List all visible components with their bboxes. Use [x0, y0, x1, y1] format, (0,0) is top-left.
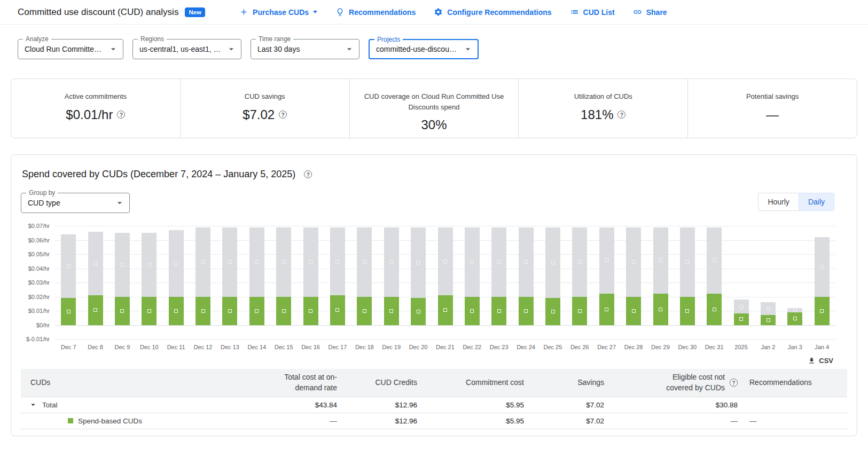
covered-segment [599, 294, 614, 325]
stat-value: $7.02 [243, 107, 275, 122]
bar-dec-7[interactable] [61, 226, 76, 339]
regions-select-value: us-central1, us-east1, a... [139, 45, 222, 53]
circle-marker-icon [739, 304, 744, 309]
bar-dec-26[interactable] [572, 226, 587, 339]
uncovered-segment [491, 227, 506, 297]
covered-segment [734, 313, 749, 325]
bar-2025[interactable] [734, 226, 749, 339]
bar-dec-18[interactable] [357, 226, 372, 339]
circle-marker-icon [120, 262, 124, 267]
projects-select[interactable]: Projects committed-use-discoun... [369, 39, 479, 59]
chevron-down-icon [108, 44, 119, 54]
bar-dec-14[interactable] [249, 226, 264, 339]
circle-marker-icon [174, 261, 178, 266]
configure-recommendations-button[interactable]: Configure Recommendations [434, 7, 551, 17]
uncovered-segment [572, 227, 587, 297]
stat-value: 30% [421, 117, 447, 132]
row-label-cell: Total [21, 400, 256, 410]
analyze-select[interactable]: Analyze Cloud Run Committed ... [18, 39, 123, 59]
bar-dec-27[interactable] [599, 226, 614, 339]
hourly-toggle-button[interactable]: Hourly [758, 193, 798, 211]
daily-toggle-button[interactable]: Daily [799, 193, 834, 211]
uncovered-segment [707, 227, 722, 294]
time-range-select-value: Last 30 days [257, 45, 340, 53]
square-marker-icon [713, 308, 716, 311]
table-cell: — [608, 417, 742, 425]
square-marker-icon [767, 318, 770, 322]
bar-dec-8[interactable] [88, 226, 103, 339]
uncovered-segment [545, 227, 560, 298]
covered-segment [303, 297, 318, 325]
bar-jan-3[interactable] [787, 226, 802, 339]
cud-list-button[interactable]: CUD List [570, 7, 615, 17]
bar-dec-30[interactable] [680, 226, 695, 339]
bar-dec-31[interactable] [707, 226, 722, 339]
chart-plot [55, 226, 835, 339]
uncovered-segment [815, 237, 830, 296]
x-axis-label: Dec 17 [324, 344, 351, 350]
bar-jan-4[interactable] [815, 226, 830, 339]
help-icon[interactable]: ? [279, 111, 287, 119]
bar-dec-16[interactable] [303, 226, 318, 339]
filter-bar: Analyze Cloud Run Committed ... Regions … [0, 25, 868, 71]
bar-dec-29[interactable] [653, 226, 668, 339]
bar-dec-15[interactable] [276, 226, 291, 339]
bar-dec-13[interactable] [222, 226, 237, 339]
bar-dec-17[interactable] [330, 226, 345, 339]
square-marker-icon [363, 309, 366, 313]
csv-label: CSV [819, 357, 833, 365]
time-range-select-label: Time range [256, 36, 293, 43]
bar-dec-12[interactable] [196, 226, 210, 339]
series-color-chip [68, 418, 73, 423]
group-by-select-value: CUD type [28, 199, 110, 207]
bar-dec-10[interactable] [142, 226, 157, 339]
table-row: Total$43.84$12.96$5.95$7.02$30.88 [21, 397, 847, 413]
help-icon[interactable]: ? [617, 111, 625, 119]
x-axis-label: Dec 14 [244, 344, 270, 350]
projects-select-value: committed-use-discoun... [376, 45, 458, 53]
bar-dec-23[interactable] [491, 226, 506, 339]
bar-dec-21[interactable] [438, 226, 453, 339]
stat-label: CUD savings [245, 91, 285, 102]
download-csv-button[interactable]: CSV [808, 357, 833, 365]
col-header-commitment-cost: Commitment cost [421, 374, 528, 391]
time-range-select[interactable]: Time range Last 30 days [251, 39, 359, 59]
bar-dec-9[interactable] [115, 226, 130, 339]
x-axis-label: Dec 29 [647, 344, 674, 350]
circle-marker-icon [712, 258, 717, 263]
group-by-select[interactable]: Group by CUD type [21, 193, 130, 213]
stat-value: 181% [581, 107, 613, 122]
bar-dec-24[interactable] [519, 226, 534, 339]
bar-dec-22[interactable] [465, 226, 480, 339]
covered-segment [330, 295, 345, 325]
x-axis-label: Dec 9 [109, 344, 136, 350]
uncovered-segment [761, 302, 776, 315]
share-label: Share [646, 8, 667, 17]
analyze-select-value: Cloud Run Committed ... [25, 45, 104, 53]
table-cell: $5.95 [421, 417, 528, 425]
share-button[interactable]: Share [633, 7, 667, 17]
bar-dec-20[interactable] [411, 226, 426, 339]
x-axis-label: Dec 30 [674, 344, 701, 350]
purchase-cuds-button[interactable]: Purchase CUDs [239, 7, 317, 17]
help-icon[interactable]: ? [304, 170, 312, 178]
square-marker-icon [793, 317, 797, 320]
x-axis-label: Dec 21 [432, 344, 458, 350]
collapse-arrow-icon[interactable] [28, 400, 38, 410]
circle-marker-icon [577, 260, 582, 264]
table-cell: $12.96 [341, 417, 421, 425]
circle-marker-icon [308, 260, 313, 264]
bar-jan-2[interactable] [761, 226, 776, 339]
bar-dec-25[interactable] [545, 226, 560, 339]
recommendations-button[interactable]: Recommendations [335, 7, 416, 17]
bar-dec-28[interactable] [626, 226, 641, 339]
gear-icon [434, 7, 443, 17]
x-axis-label: Dec 15 [270, 344, 297, 350]
y-axis-label: $0.05/hr [28, 251, 50, 257]
bar-dec-19[interactable] [384, 226, 399, 339]
covered-segment [626, 297, 641, 325]
help-icon[interactable]: ? [117, 111, 125, 119]
bar-dec-11[interactable] [169, 226, 184, 339]
regions-select[interactable]: Regions us-central1, us-east1, a... [132, 39, 241, 59]
help-icon[interactable]: ? [730, 379, 738, 387]
